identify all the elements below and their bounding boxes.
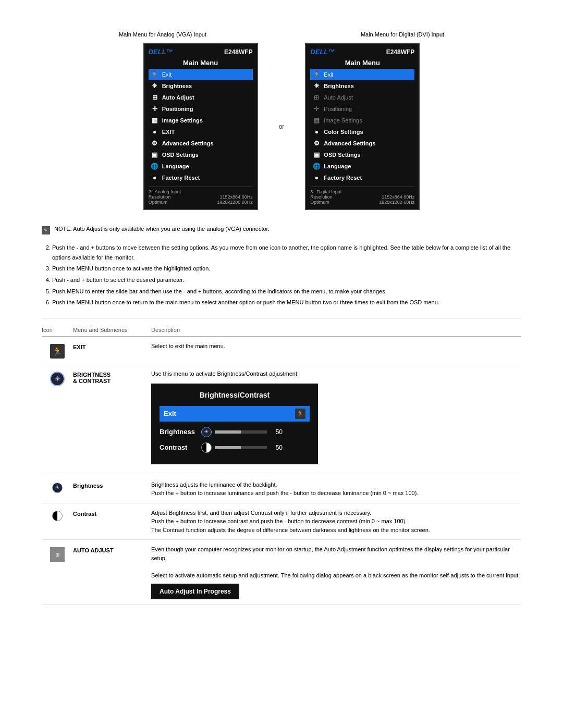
contrast-icon-table: [201, 442, 212, 453]
contrast-slider-fill: [215, 446, 241, 449]
table-row-contrast: Contrast Adjust Brightness first, and th…: [42, 503, 521, 540]
dell-logo-analog: DELL™: [149, 48, 173, 56]
col-header-desc: Description: [151, 327, 521, 333]
exit-icon-digital: 🏃: [312, 70, 321, 79]
analog-label: Main Menu for Analog (VGA) Input: [119, 31, 206, 38]
note-section: ✎ NOTE: Auto Adjust is only available wh…: [42, 226, 521, 235]
menu-positioning-digital: ✛ Positioning: [310, 103, 414, 115]
contrast-row-icon: [42, 509, 73, 521]
instruction-3: Push - and + button to select the desire…: [52, 275, 521, 285]
instructions: Push the - and + buttons to move between…: [42, 243, 521, 307]
auto-adjust-label: Auto Adjust In Progress: [160, 588, 231, 595]
image-icon-analog: ▦: [151, 116, 159, 125]
note-text: NOTE: Auto Adjust is only available when…: [54, 226, 270, 232]
image-icon-digital: ▦: [312, 116, 321, 125]
contrast-row-menu: Contrast: [73, 509, 151, 517]
menu-imagesettings-digital: ▦ Image Settings: [310, 115, 414, 126]
positioning-icon-analog: ✛: [151, 105, 159, 113]
digital-monitor: DELL™ E248WFP Main Menu 🏃 Exit ☀ Brightn…: [305, 43, 420, 210]
submenu-exit-row[interactable]: Exit 🏃: [160, 406, 310, 422]
factory-icon-digital: ●: [312, 174, 321, 182]
contrast-slider-track[interactable]: [215, 446, 267, 449]
autoadjust-icon-analog: ⊞: [151, 93, 159, 102]
menu-positioning-analog[interactable]: ✛ Positioning: [149, 103, 253, 115]
brightness-sun-icon: ☀: [201, 427, 212, 437]
exit-row-icon: 🏃: [42, 342, 73, 359]
instruction-5: Push the MENU button once to return to t…: [52, 298, 521, 307]
divider-1: [42, 318, 521, 318]
osd-icon-analog: ▣: [151, 151, 159, 159]
autoadjust-icon-digital: ⊞: [312, 93, 321, 102]
instruction-4: Push MENU to enter the slide bar and the…: [52, 287, 521, 297]
submenu-exit-icon: 🏃: [295, 409, 305, 419]
menu-autoadjust-analog[interactable]: ⊞ Auto Adjust: [149, 92, 253, 103]
brightness-row-icon: ☀: [42, 480, 73, 493]
language-icon-digital: 🌐: [312, 162, 321, 170]
brightness-contrast-row-icon: ☀: [42, 369, 73, 386]
table-row-exit: 🏃 EXIT Select to exit the main menu.: [42, 337, 521, 364]
contrast-row-desc: Adjust Brightness first, and then adjust…: [151, 509, 521, 535]
submenu-contrast-slider[interactable]: 50: [201, 442, 310, 453]
or-label: or: [279, 123, 285, 130]
exit-row-desc: Select to exit the main menu.: [151, 342, 521, 351]
menu-language-digital[interactable]: 🌐 Language: [310, 161, 414, 172]
instruction-1: Push the - and + buttons to move between…: [52, 243, 521, 262]
brightness-contrast-row-desc: Use this menu to activate Brightness/Con…: [151, 369, 521, 470]
model-name-analog: E248WFP: [224, 48, 253, 56]
sun-icon-table: ☀: [50, 372, 65, 386]
autoadjust-row-menu: AUTO ADJUST: [73, 545, 151, 553]
osd-icon-digital: ▣: [312, 151, 321, 159]
menu-advanced-analog[interactable]: ⚙ Advanced Settings: [149, 138, 253, 149]
menu-osd-analog[interactable]: ▣ OSD Settings: [149, 149, 253, 161]
menu-brightness-digital[interactable]: ☀ Brightness: [310, 80, 414, 92]
analog-footer: 2 : Analog Input Resolution1152x864 60Hz…: [149, 187, 253, 205]
brightness-contrast-row-menu: BRIGHTNESS & CONTRAST: [73, 369, 151, 384]
menu-colorsettings-analog[interactable]: ● EXIT: [149, 126, 253, 138]
color-icon-analog: ●: [151, 128, 159, 136]
language-icon-analog: 🌐: [151, 162, 159, 170]
advanced-icon-digital: ⚙: [312, 139, 321, 147]
menu-exit-digital[interactable]: 🏃 Exit: [310, 69, 414, 80]
menu-title-digital: Main Menu: [310, 59, 414, 67]
osd-table: Icon Menu and Submenus Description 🏃 EXI…: [42, 324, 521, 605]
digital-label: Main Menu for Digital (DVI) Input: [361, 31, 444, 38]
submenu-title: Brightness/Contrast: [160, 390, 310, 401]
menu-osd-digital[interactable]: ▣ OSD Settings: [310, 149, 414, 161]
positioning-icon-digital: ✛: [312, 105, 321, 113]
menu-imagesettings-analog[interactable]: ▦ Image Settings: [149, 115, 253, 126]
analog-monitor: DELL™ E248WFP Main Menu 🏃 Exit ☀ Brightn…: [143, 43, 258, 210]
menu-advanced-digital[interactable]: ⚙ Advanced Settings: [310, 138, 414, 149]
digital-footer: 3 : Digital Input Resolution1152x864 60H…: [310, 187, 414, 205]
dell-logo-digital: DELL™: [310, 48, 335, 56]
menu-factory-analog[interactable]: ● Factory Reset: [149, 172, 253, 183]
menu-colorsettings-digital[interactable]: ● Color Settings: [310, 126, 414, 138]
exit-icon-analog: 🏃: [151, 70, 159, 79]
col-header-icon: Icon: [42, 327, 73, 333]
submenu-brightness-slider[interactable]: ☀ 50: [201, 427, 310, 437]
menu-brightness-analog[interactable]: ☀ Brightness: [149, 80, 253, 92]
submenu-brightness-label: Brightness: [160, 427, 201, 437]
brightness-icon-digital: ☀: [312, 82, 321, 90]
submenu-brightness-row: Brightness ☀ 50: [160, 427, 310, 437]
autoadjust-row-desc: Even though your computer recognizes you…: [151, 545, 521, 599]
model-name-digital: E248WFP: [386, 48, 415, 56]
menu-factory-digital[interactable]: ● Factory Reset: [310, 172, 414, 183]
instruction-2: Push the MENU button once to activate th…: [52, 264, 521, 274]
brightness-slider-track[interactable]: [215, 430, 267, 434]
brightness-icon-analog: ☀: [151, 82, 159, 90]
menu-title-analog: Main Menu: [149, 59, 253, 67]
brightness-contrast-submenu: Brightness/Contrast Exit 🏃 Brightness ☀ …: [151, 384, 318, 464]
menu-exit-analog[interactable]: 🏃 Exit: [149, 69, 253, 80]
exit-icon-table: 🏃: [50, 344, 65, 359]
contrast-icon-row: [52, 511, 63, 521]
submenu-contrast-label: Contrast: [160, 442, 201, 453]
contrast-value: 50: [270, 443, 283, 452]
exit-row-menu: EXIT: [73, 342, 151, 350]
brightness-row-menu: Brightness: [73, 480, 151, 489]
submenu-contrast-row: Contrast 50: [160, 442, 310, 453]
advanced-icon-analog: ⚙: [151, 139, 159, 147]
menu-language-analog[interactable]: 🌐 Language: [149, 161, 253, 172]
col-header-menu: Menu and Submenus: [73, 327, 151, 333]
table-row-autoadjust: ⊞ AUTO ADJUST Even though your computer …: [42, 540, 521, 605]
sun-icon-brightness: ☀: [52, 483, 63, 493]
